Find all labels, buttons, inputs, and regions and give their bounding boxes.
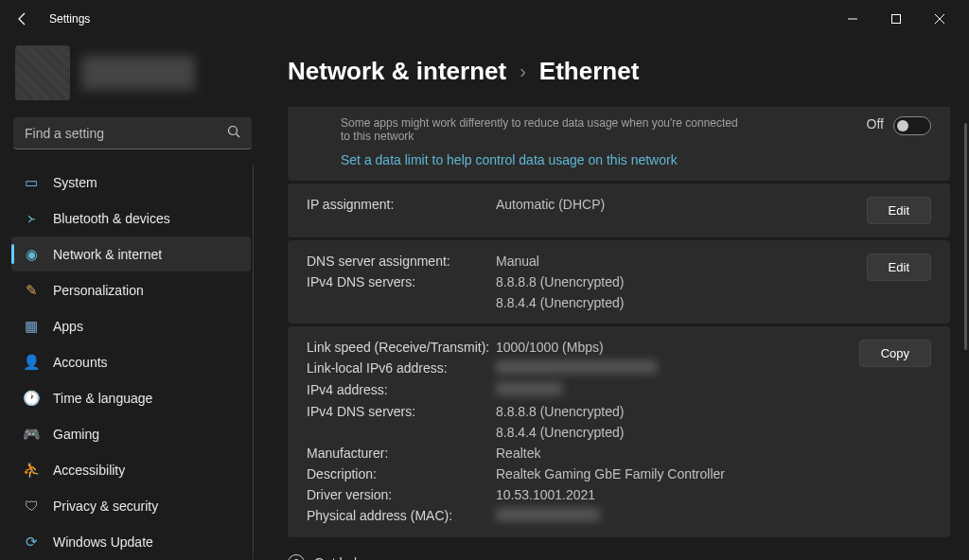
- sidebar-item-label: Accounts: [53, 355, 108, 370]
- metered-toggle[interactable]: [893, 116, 931, 135]
- sidebar-item-label: System: [53, 175, 97, 190]
- detail-label: Description:: [307, 466, 496, 481]
- toggle-state: Off: [867, 116, 884, 131]
- person-icon: 👤: [23, 354, 40, 371]
- get-help-link[interactable]: ? Get help: [288, 554, 954, 560]
- help-icon: ?: [288, 554, 305, 560]
- ip-assignment-card: IP assignment: Automatic (DHCP) Edit: [288, 184, 950, 237]
- sidebar-item-personalization[interactable]: ✎Personalization: [11, 272, 251, 307]
- sidebar-item-label: Accessibility: [53, 463, 125, 478]
- detail-row: Link speed (Receive/Transmit):1000/1000 …: [307, 340, 859, 355]
- sidebar-item-label: Apps: [53, 319, 83, 334]
- arrow-left-icon: [15, 11, 30, 26]
- detail-label: Link-local IPv6 address:: [307, 360, 496, 376]
- detail-label: Manufacturer:: [307, 446, 496, 461]
- metered-card: Some apps might work differently to redu…: [288, 107, 950, 181]
- detail-row: Description:Realtek Gaming GbE Family Co…: [307, 466, 859, 481]
- close-button[interactable]: [918, 4, 961, 34]
- copy-button[interactable]: Copy: [859, 340, 931, 367]
- chevron-right-icon: ›: [520, 61, 526, 82]
- sidebar-item-system[interactable]: ▭System: [11, 165, 251, 200]
- display-icon: ▭: [23, 174, 40, 191]
- app-title: Settings: [49, 12, 90, 26]
- data-limit-link[interactable]: Set a data limit to help control data us…: [341, 152, 867, 167]
- main-content: Network & internet › Ethernet Some apps …: [265, 38, 969, 560]
- sidebar-item-bluetooth[interactable]: ᚛Bluetooth & devices: [11, 201, 251, 236]
- nav: ▭System ᚛Bluetooth & devices ◉Network & …: [11, 165, 254, 559]
- avatar: [15, 45, 70, 100]
- maximize-icon: [891, 14, 901, 24]
- minimize-icon: [848, 14, 857, 24]
- scrollbar[interactable]: [964, 123, 967, 350]
- back-button[interactable]: [8, 4, 38, 34]
- dns-assignment-value: Manual: [496, 254, 867, 269]
- metered-desc: Some apps might work differently to redu…: [341, 116, 748, 143]
- detail-row: Driver version:10.53.1001.2021: [307, 487, 859, 502]
- page-title: Ethernet: [539, 57, 639, 86]
- sidebar: ▭System ᚛Bluetooth & devices ◉Network & …: [0, 38, 265, 560]
- svg-line-5: [237, 134, 240, 138]
- sidebar-item-accessibility[interactable]: ⛹Accessibility: [11, 452, 251, 487]
- sidebar-item-accounts[interactable]: 👤Accounts: [11, 344, 251, 379]
- detail-value: Realtek: [496, 446, 859, 461]
- detail-row: IPv4 DNS servers:8.8.8.8 (Unencrypted): [307, 404, 859, 419]
- detail-value: 1000/1000 (Mbps): [496, 340, 859, 355]
- sidebar-item-gaming[interactable]: 🎮Gaming: [11, 416, 251, 451]
- accessibility-icon: ⛹: [23, 462, 40, 479]
- ip-assignment-value: Automatic (DHCP): [496, 197, 867, 212]
- sidebar-item-network[interactable]: ◉Network & internet: [11, 236, 251, 271]
- sidebar-item-label: Privacy & security: [53, 499, 158, 514]
- detail-value: [496, 360, 859, 376]
- dns-servers-label: IPv4 DNS servers:: [307, 274, 496, 289]
- sidebar-item-apps[interactable]: ▦Apps: [11, 308, 251, 343]
- sidebar-item-update[interactable]: ⟳Windows Update: [11, 524, 251, 559]
- dns-card: DNS server assignment: IPv4 DNS servers:…: [288, 240, 950, 324]
- search-input[interactable]: [13, 117, 252, 149]
- detail-row: Physical address (MAC):: [307, 508, 859, 524]
- sidebar-item-label: Windows Update: [53, 534, 153, 550]
- svg-rect-1: [892, 15, 901, 24]
- clock-icon: 🕐: [23, 390, 40, 407]
- edit-dns-button[interactable]: Edit: [867, 254, 931, 281]
- detail-row: IPv4 address:: [307, 382, 859, 398]
- sidebar-item-privacy[interactable]: 🛡Privacy & security: [11, 488, 251, 523]
- dns-server-value: 8.8.8.8 (Unencrypted): [496, 274, 867, 289]
- user-info: [81, 56, 195, 90]
- maximize-button[interactable]: [874, 4, 918, 34]
- detail-row: Link-local IPv6 address:: [307, 360, 859, 376]
- detail-value: [496, 382, 859, 398]
- detail-label: Physical address (MAC):: [307, 508, 496, 524]
- svg-point-4: [229, 127, 238, 135]
- brush-icon: ✎: [23, 282, 40, 299]
- shield-icon: 🛡: [23, 498, 40, 515]
- detail-label: Driver version:: [307, 487, 496, 502]
- search-container: [13, 117, 252, 149]
- sidebar-item-label: Gaming: [53, 427, 99, 442]
- detail-value: Realtek Gaming GbE Family Controller: [496, 466, 859, 481]
- sidebar-item-time[interactable]: 🕐Time & language: [11, 380, 251, 415]
- ip-assignment-label: IP assignment:: [307, 197, 496, 212]
- detail-value: 8.8.8.8 (Unencrypted): [496, 404, 859, 419]
- update-icon: ⟳: [23, 534, 40, 551]
- user-section[interactable]: [15, 45, 250, 100]
- sidebar-item-label: Network & internet: [53, 247, 162, 262]
- bluetooth-icon: ᚛: [23, 210, 40, 227]
- details-card: Link speed (Receive/Transmit):1000/1000 …: [288, 326, 950, 537]
- sidebar-item-label: Time & language: [53, 391, 152, 406]
- grid-icon: ▦: [23, 318, 40, 335]
- detail-label: IPv4 address:: [307, 382, 496, 398]
- search-icon: [227, 125, 240, 142]
- detail-value: [496, 508, 859, 524]
- dns-assignment-label: DNS server assignment:: [307, 254, 496, 269]
- wifi-icon: ◉: [23, 246, 40, 263]
- detail-label: IPv4 DNS servers:: [307, 404, 496, 419]
- detail-row: Manufacturer:Realtek: [307, 446, 859, 461]
- get-help-label: Get help: [314, 555, 364, 560]
- breadcrumb-parent[interactable]: Network & internet: [288, 57, 506, 86]
- dns-server-value: 8.8.4.4 (Unencrypted): [496, 295, 867, 310]
- breadcrumb: Network & internet › Ethernet: [288, 57, 954, 86]
- sidebar-item-label: Personalization: [53, 283, 144, 298]
- edit-ip-button[interactable]: Edit: [867, 197, 931, 224]
- detail-row: 8.8.4.4 (Unencrypted): [307, 425, 859, 440]
- minimize-button[interactable]: [831, 4, 874, 34]
